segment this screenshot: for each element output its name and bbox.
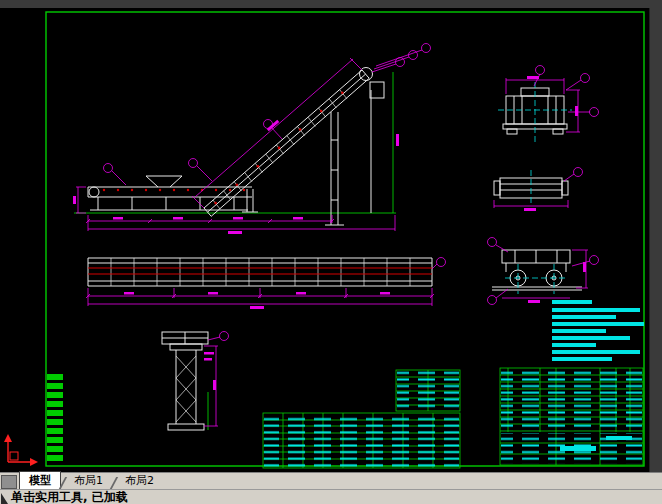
status-message: 单击实用工具, 已加载 [11,491,128,504]
conveyor-elevation-view [88,68,384,226]
trolley-view [492,250,582,290]
table-text [264,300,644,467]
tab-layout1[interactable]: 布局1 [65,472,112,490]
layout-tab-bar: 模型 布局1 布局2 [0,472,662,490]
cad-application-window: 模型 布局1 布局2 单击实用工具, 已加载 [0,0,662,504]
ucs-icon [4,434,38,466]
dimension-annotations [73,44,599,427]
status-icon [1,493,8,504]
dimension-text-marks [73,76,586,390]
status-bar: 单击实用工具, 已加载 [0,489,662,504]
truss-frame-view [88,258,432,286]
window-right-edge [649,8,662,472]
revision-strip [47,374,63,461]
centerlines [498,82,572,294]
window-top-edge [0,0,662,8]
support-column-detail-view [162,332,208,430]
cad-viewport[interactable] [0,0,662,472]
tab-model[interactable]: 模型 [19,471,61,490]
datum-lines [74,72,396,430]
tab-layout2[interactable]: 布局2 [116,472,163,490]
tab-scroll-buttons[interactable] [1,475,17,489]
